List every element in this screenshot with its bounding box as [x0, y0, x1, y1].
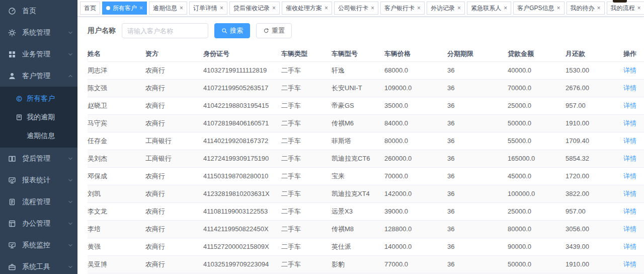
chart-icon — [8, 176, 16, 184]
table-cell: 农商行 — [145, 97, 203, 114]
detail-link[interactable]: 详情 — [623, 66, 636, 74]
tab-2[interactable]: 所有客户× — [102, 2, 147, 15]
detail-link[interactable]: 详情 — [623, 172, 636, 180]
tab-7[interactable]: 公司银行卡× — [334, 2, 378, 15]
sidebar-subitem-3[interactable]: 逾期信息 — [0, 126, 77, 145]
tab-close-icon[interactable]: × — [325, 5, 328, 11]
detail-link[interactable]: 详情 — [623, 155, 636, 162]
tab-4[interactable]: 订单详情× — [189, 2, 227, 15]
search-input[interactable] — [122, 23, 208, 38]
table-cell: 36 — [447, 79, 508, 97]
detail-link[interactable]: 详情 — [623, 243, 636, 250]
column-header: 分期期限 — [447, 46, 508, 61]
tab-11[interactable]: 客户GPS信息× — [513, 2, 564, 15]
tab-label: 紧急联系人 — [471, 4, 501, 13]
table-cell: 70000.0 — [508, 79, 566, 97]
table-cell: 36 — [447, 97, 508, 114]
tab-close-icon[interactable]: × — [180, 5, 183, 11]
sidebar-item-4[interactable]: 客户管理 — [0, 65, 77, 87]
table-cell: 工商银行 — [145, 150, 203, 167]
table-cell: 邓保成 — [88, 167, 145, 185]
detail-link[interactable]: 详情 — [623, 190, 636, 197]
tab-close-icon[interactable]: × — [637, 5, 641, 11]
tool-icon — [8, 263, 16, 271]
table-cell: 36 — [447, 132, 508, 150]
table-cell: 36 — [447, 255, 508, 273]
search-button[interactable]: 搜索 — [214, 23, 250, 38]
table-cell: 黄强 — [88, 238, 145, 255]
tab-label: 所有客户 — [113, 4, 137, 13]
table-cell: 1709.40 — [566, 132, 623, 150]
table-cell: 41152720000215809X — [203, 238, 281, 255]
detail-link[interactable]: 详情 — [623, 119, 636, 127]
table-cell: 140000.0 — [384, 238, 447, 255]
table-cell: 二手车 — [281, 79, 332, 97]
detail-link[interactable]: 详情 — [623, 208, 636, 215]
sidebar-item-10[interactable]: 系统工具 — [0, 256, 77, 274]
table-cell: 36 — [447, 238, 508, 255]
tab-close-icon[interactable]: × — [139, 5, 143, 11]
sidebar-item-6[interactable]: 报表统计 — [0, 169, 77, 191]
tab-label: 催收处理方案 — [286, 4, 322, 13]
table-row: 刘凯农商行41232819810203631X二手车凯迪拉克XT4142000.… — [88, 185, 644, 202]
tab-6[interactable]: 催收处理方案× — [282, 2, 332, 15]
tab-1[interactable]: 首页 — [80, 2, 100, 15]
sidebar-subitem-2[interactable]: 我的逾期 — [0, 108, 77, 126]
table-cell: 农商行 — [145, 238, 203, 255]
detail-link[interactable]: 详情 — [623, 84, 636, 92]
tab-close-icon[interactable]: × — [457, 5, 461, 11]
sidebar-item-8[interactable]: 办公管理 — [0, 213, 77, 234]
sidebar-item-2[interactable]: 系统管理 — [0, 22, 77, 43]
table-cell: 5854.32 — [566, 150, 623, 167]
detail-link[interactable]: 详情 — [623, 225, 636, 233]
table-cell: 142000.0 — [384, 185, 447, 202]
detail-link[interactable]: 详情 — [623, 260, 636, 268]
sidebar-item-9[interactable]: 系统监控 — [0, 234, 77, 256]
sidebar-item-1[interactable]: 首页 — [0, 0, 77, 22]
sidebar-item-3[interactable]: 业务管理 — [0, 43, 77, 65]
app-root: 首页系统管理业务管理客户管理所有客户我的逾期逾期信息贷后管理报表统计流程管理办公… — [0, 0, 644, 274]
detail-link[interactable]: 详情 — [623, 137, 636, 145]
table-cell: 英仕派 — [332, 238, 384, 255]
tab-10[interactable]: 紧急联系人× — [467, 2, 511, 15]
tab-9[interactable]: 外访记录× — [427, 2, 465, 15]
sidebar: 首页系统管理业务管理客户管理所有客户我的逾期逾期信息贷后管理报表统计流程管理办公… — [0, 0, 77, 274]
tab-8[interactable]: 客户银行卡× — [380, 2, 425, 15]
table-cell: 1910.00 — [566, 255, 623, 273]
sidebar-subitem-1[interactable]: 所有客户 — [0, 89, 77, 108]
table-cell-action: 详情 — [623, 97, 644, 114]
table-cell: 25000.0 — [508, 97, 566, 114]
chevron-down-icon — [67, 177, 73, 183]
reset-button[interactable]: 重置 — [256, 23, 292, 38]
tab-12[interactable]: 我的待办× — [567, 2, 605, 15]
table-cell: 957.00 — [566, 97, 623, 114]
tab-close-icon[interactable]: × — [556, 5, 560, 11]
tab-13[interactable]: 我的流程× — [607, 2, 644, 15]
sidebar-item-7[interactable]: 流程管理 — [0, 191, 77, 213]
tab-5[interactable]: 贷后催收记录× — [229, 2, 280, 15]
tab-close-icon[interactable]: × — [597, 5, 601, 11]
sidebar-item-5[interactable]: 贷后管理 — [0, 148, 77, 169]
table-cell: 957.00 — [566, 202, 623, 220]
table-cell: 农商行 — [145, 61, 203, 79]
table-cell: 36 — [447, 220, 508, 238]
tab-close-icon[interactable]: × — [220, 5, 223, 11]
tab-label: 贷后催收记录 — [233, 4, 270, 13]
tab-close-icon[interactable]: × — [371, 5, 374, 11]
tab-3[interactable]: 逾期信息× — [149, 2, 187, 15]
tab-close-icon[interactable]: × — [272, 5, 276, 11]
table-cell: 二手车 — [281, 185, 332, 202]
tab-close-icon[interactable]: × — [504, 5, 507, 11]
table-cell: 50000.0 — [508, 255, 566, 273]
tab-close-icon[interactable]: × — [417, 5, 421, 11]
chevron-down-icon — [67, 156, 73, 162]
table-cell: 109000.0 — [384, 79, 447, 97]
search-icon — [221, 28, 227, 34]
detail-link[interactable]: 详情 — [623, 102, 636, 109]
sidebar-submenu: 所有客户我的逾期逾期信息 — [0, 87, 77, 148]
tab-label: 外访记录 — [431, 4, 455, 13]
table-cell-action: 详情 — [623, 132, 644, 150]
sidebar-item-label: 首页 — [22, 7, 73, 16]
table-cell: 40000.0 — [508, 61, 566, 79]
table-cell: 2676.00 — [566, 79, 623, 97]
